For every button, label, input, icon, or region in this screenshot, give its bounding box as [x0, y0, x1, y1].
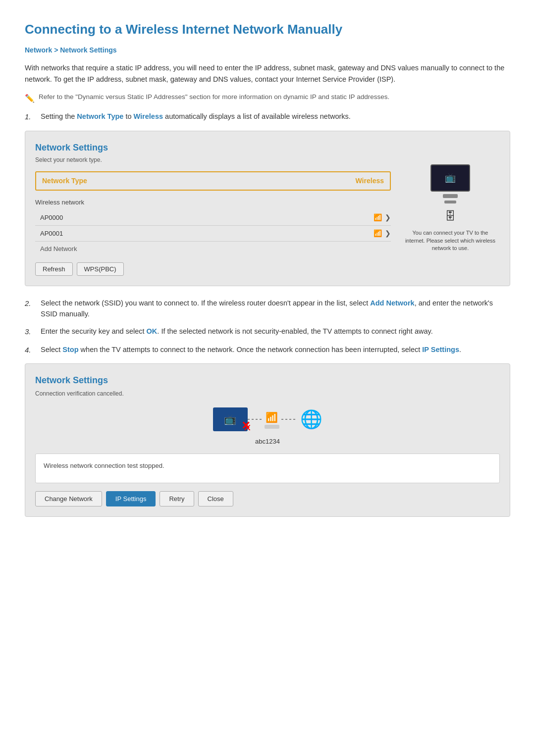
chevron-right-icon: ❯	[385, 212, 391, 223]
network-type-label: Network Type	[42, 176, 87, 186]
step-1-num: 1.	[25, 111, 36, 123]
error-x-icon: ✕	[241, 417, 250, 434]
note: ✏️ Refer to the "Dynamic versus Static I…	[25, 92, 510, 104]
tv-caption: You can connect your TV to the internet.…	[403, 229, 497, 252]
step-2: 2. Select the network (SSID) you want to…	[25, 298, 510, 320]
panel-1-left: Network Settings Select your network typ…	[35, 141, 391, 276]
info-box: Wireless network connection test stopped…	[35, 454, 500, 483]
close-button[interactable]: Close	[198, 491, 233, 506]
panel-1-right: 📺 🗄 You can connect your TV to the inter…	[401, 141, 500, 276]
panel-1-title: Network Settings	[35, 141, 391, 154]
tv-screen-icon: 📺	[224, 412, 236, 427]
tv-box: 📺	[430, 164, 470, 192]
tv-stand	[443, 194, 458, 198]
note-text: Refer to the "Dynamic versus Static IP A…	[39, 92, 389, 102]
step-4: 4. Select Stop when the TV attempts to c…	[25, 345, 510, 356]
network-item-ap0001[interactable]: AP0001 📶 ❯	[35, 226, 391, 242]
panel-2-inner: Network Settings Connection verification…	[25, 364, 510, 516]
conn-ssid: abc1234	[35, 437, 500, 447]
step-4-text: Select Stop when the TV attempts to conn…	[41, 345, 510, 355]
conn-dots-2	[281, 419, 296, 420]
wifi-icon: 📶	[374, 228, 382, 239]
wifi-icon: 📶	[374, 212, 382, 223]
globe-icon: 🌐	[300, 406, 322, 433]
step-1: 1. Setting the Network Type to Wireless …	[25, 111, 510, 123]
breadcrumb: Network > Network Settings	[25, 45, 510, 55]
breadcrumb-network-settings[interactable]: Network Settings	[60, 46, 116, 54]
pencil-icon: ✏️	[25, 93, 35, 104]
network-settings-panel-2: Network Settings Connection verification…	[25, 363, 510, 517]
page-title: Connecting to a Wireless Internet Networ…	[25, 20, 510, 39]
retry-button[interactable]: Retry	[160, 491, 194, 506]
step-1-text: Setting the Network Type to Wireless aut…	[41, 111, 510, 122]
intro-text: With networks that require a static IP a…	[25, 62, 510, 85]
router-body	[265, 425, 279, 429]
ip-settings-button[interactable]: IP Settings	[106, 491, 156, 506]
network-item-ap0000[interactable]: AP0000 📶 ❯	[35, 210, 391, 226]
step-2-num: 2.	[25, 298, 36, 309]
network-type-value: Wireless	[356, 176, 384, 186]
network-settings-panel-1: Network Settings Select your network typ…	[25, 131, 510, 286]
connection-diagram: 📺 ✕ 📶 🌐	[35, 406, 500, 433]
step-4-num: 4.	[25, 345, 36, 356]
step-2-text: Select the network (SSID) you want to co…	[41, 298, 510, 320]
add-network-item[interactable]: Add Network	[35, 242, 391, 256]
change-network-button[interactable]: Change Network	[35, 491, 102, 506]
tv-illustration: 📺 🗄	[430, 164, 470, 224]
wps-pbc-button[interactable]: WPS(PBC)	[77, 262, 124, 276]
tv-base	[444, 201, 456, 203]
step-3: 3. Enter the security key and select OK.…	[25, 326, 510, 338]
panel-2-buttons: Change Network IP Settings Retry Close	[35, 491, 500, 506]
conn-router: 📶	[265, 410, 279, 429]
step-3-text: Enter the security key and select OK. If…	[41, 326, 510, 337]
panel-2-title: Network Settings	[35, 374, 500, 387]
breadcrumb-network[interactable]: Network	[25, 46, 52, 54]
refresh-button[interactable]: Refresh	[35, 262, 73, 276]
breadcrumb-separator: >	[54, 46, 60, 54]
network-type-row[interactable]: Network Type Wireless	[35, 171, 391, 191]
tv-signal-icon: 📺	[445, 171, 456, 185]
panel-1-buttons: Refresh WPS(PBC)	[35, 262, 391, 276]
conn-tv-box: 📺 ✕	[213, 407, 248, 431]
panel-1-subtitle: Select your network type.	[35, 155, 391, 164]
panel-2-subtitle: Connection verification cancelled.	[35, 389, 500, 398]
step-3-num: 3.	[25, 326, 36, 338]
chevron-right-icon: ❯	[385, 228, 391, 239]
router-wifi-icon: 📶	[266, 410, 278, 425]
db-icon: 🗄	[445, 208, 456, 224]
wireless-network-label: Wireless network	[35, 198, 391, 207]
